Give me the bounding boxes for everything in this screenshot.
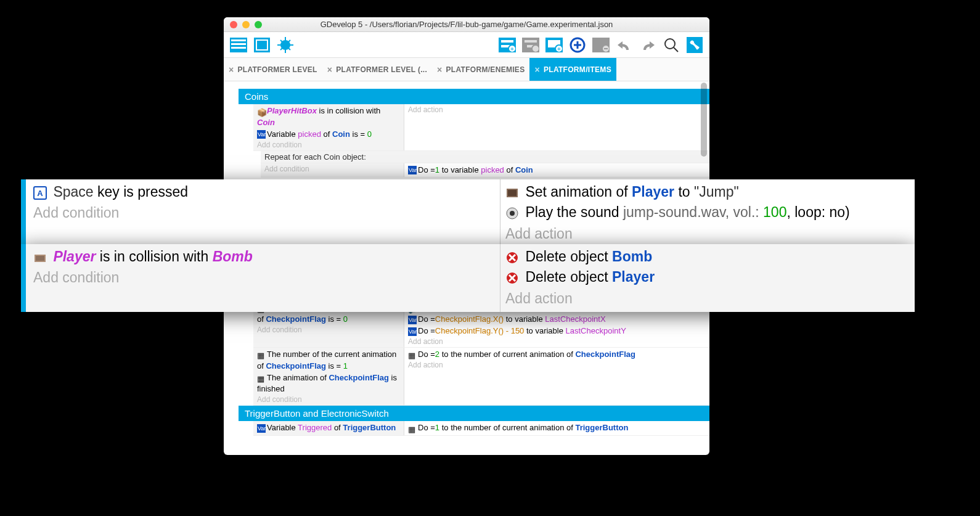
add-action-link[interactable]: Add action [505,226,910,242]
delete-icon[interactable] [591,35,611,55]
titlebar: GDevelop 5 - /Users/florian/Projects/F/l… [224,17,709,32]
add-action-link[interactable]: Add action [408,337,706,346]
scene-panel-icon[interactable] [252,35,272,55]
key-icon: A [33,186,47,200]
svg-line-32 [674,47,678,52]
svg-rect-38 [508,190,517,196]
variable-icon: Var [408,316,417,324]
svg-rect-13 [501,40,513,43]
svg-rect-6 [257,41,267,49]
svg-point-34 [690,41,694,44]
close-icon[interactable]: × [327,65,332,75]
add-condition-link[interactable]: Add condition [33,269,492,286]
object-icon: ▦ [408,424,417,433]
svg-point-40 [510,211,515,216]
svg-rect-2 [231,43,246,45]
tabbar: ×PLATFORMER LEVEL ×PLATFORMER LEVEL (...… [224,58,709,81]
svg-rect-1 [231,39,246,41]
add-subevent-icon[interactable] [521,35,541,55]
animation-icon [505,186,519,200]
event-row[interactable]: Add condition VarDo =1 to variable picke… [261,163,709,178]
variable-icon: Var [257,424,266,433]
add-action-link[interactable]: Add action [408,105,706,114]
object-icon: 📦 [257,107,266,116]
window-close-button[interactable] [230,21,237,28]
add-action-link[interactable]: Add action [505,290,910,307]
close-icon[interactable]: × [229,65,234,75]
close-icon[interactable]: × [437,65,442,75]
object-icon: ▦ [257,374,266,382]
close-icon[interactable]: × [534,65,539,75]
search-icon[interactable] [661,35,681,55]
svg-rect-42 [36,256,44,261]
add-comment-icon[interactable]: + [544,35,564,55]
tab-platformer-level-2[interactable]: ×PLATFORMER LEVEL (... [322,58,432,81]
variable-icon: Var [408,166,417,174]
object-icon: ▦ [408,350,417,359]
delete-icon [505,251,519,264]
tab-platform-items[interactable]: ×PLATFORM/ITEMS [529,58,616,81]
event-row-zoomed-bomb: Player is in collision with Bomb Add con… [21,244,915,312]
sound-icon [505,207,519,220]
event-row[interactable]: 📦PlayerHitBox is in collision with Coin … [253,104,709,151]
toolbar: + + [224,32,709,58]
group-coins[interactable]: Coins [239,89,709,104]
window-maximize-button[interactable] [255,21,262,28]
project-panel-icon[interactable] [229,35,248,55]
svg-text:+: + [510,46,514,52]
add-condition-link[interactable]: Add condition [257,326,400,334]
svg-rect-3 [231,47,246,49]
add-event-icon[interactable]: + [497,35,517,55]
svg-point-20 [532,45,539,52]
variable-icon: Var [257,130,266,139]
event-row[interactable]: ▦The number of the current animation of … [253,348,709,406]
add-condition-link[interactable]: Add condition [257,141,400,149]
window-minimize-button[interactable] [242,21,250,28]
svg-text:+: + [557,46,561,52]
tab-platform-enemies[interactable]: ×PLATFORM/ENEMIES [432,58,529,81]
svg-text:A: A [37,189,43,198]
redo-icon[interactable] [638,35,658,55]
settings-icon[interactable] [685,35,704,55]
svg-rect-18 [525,40,537,43]
group-trigger[interactable]: TriggerButton and ElectronicSwitch [239,406,709,421]
debug-icon[interactable] [276,35,295,55]
object-icon: ▦ [257,350,266,359]
event-row[interactable]: VarVariable Triggered of TriggerButton ▦… [253,421,709,436]
undo-icon[interactable] [615,35,634,55]
object-icon [33,251,47,264]
add-condition-link[interactable]: Add condition [257,395,400,404]
add-action-link[interactable]: Add action [408,361,706,369]
delete-icon [505,271,519,285]
event-row-zoomed-jump: A Space key is pressed Add condition Set… [21,179,915,244]
repeat-event[interactable]: Repeat for each Coin object: [261,151,709,163]
add-condition-link[interactable]: Add condition [33,205,492,221]
tab-platformer-level[interactable]: ×PLATFORMER LEVEL [224,58,322,81]
add-icon[interactable] [568,35,587,55]
svg-point-31 [665,39,675,49]
add-condition-link[interactable]: Add condition [264,165,400,173]
variable-icon: Var [408,327,417,336]
window-title: GDevelop 5 - /Users/florian/Projects/F/l… [321,20,613,29]
